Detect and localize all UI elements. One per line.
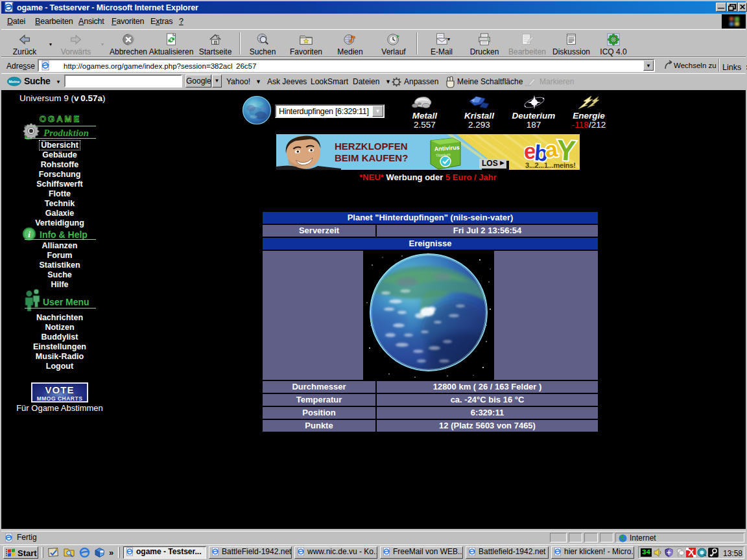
- svg-text:i: i: [28, 229, 30, 239]
- svg-text:Meine: Meine: [9, 80, 20, 84]
- svg-text:OGAME: OGAME: [40, 115, 81, 124]
